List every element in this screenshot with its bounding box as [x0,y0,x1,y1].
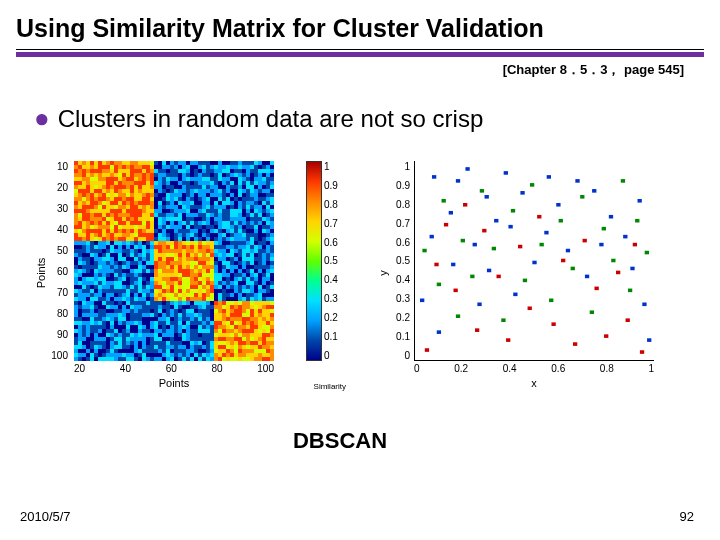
svg-rect-2562 [482,229,486,233]
svg-rect-574 [170,205,174,209]
svg-rect-873 [166,229,170,233]
svg-rect-435 [214,193,218,197]
svg-rect-2176 [178,333,182,337]
svg-rect-2184 [210,333,214,337]
svg-rect-15 [134,161,138,165]
svg-rect-474 [170,197,174,201]
svg-rect-848 [266,225,270,229]
svg-rect-1245 [254,257,258,261]
svg-rect-1168 [146,253,150,257]
svg-rect-1922 [162,313,166,317]
svg-rect-2381 [198,349,202,353]
svg-rect-2552 [621,179,625,183]
svg-rect-2265 [134,341,138,345]
svg-rect-1564 [130,285,134,289]
svg-rect-1153 [86,253,90,257]
svg-rect-2359 [110,349,114,353]
svg-rect-214 [130,177,134,181]
svg-rect-2104 [90,329,94,333]
svg-rect-862 [122,229,126,233]
svg-rect-736 [218,217,222,221]
svg-rect-35 [214,161,218,165]
svg-rect-1209 [110,257,114,261]
svg-rect-995 [254,237,258,241]
svg-rect-2330 [194,345,198,349]
svg-rect-2126 [178,329,182,333]
svg-rect-1285 [214,261,218,265]
svg-rect-145 [254,169,258,173]
svg-rect-543 [246,201,250,205]
svg-rect-2046 [258,321,262,325]
svg-rect-222 [162,177,166,181]
svg-rect-1507 [102,281,106,285]
svg-rect-1736 [218,297,222,301]
svg-rect-705 [94,217,98,221]
svg-rect-1530 [194,281,198,285]
svg-rect-2121 [158,329,162,333]
svg-rect-1513 [126,281,130,285]
svg-rect-1937 [222,313,226,317]
svg-rect-2520 [556,203,560,207]
svg-rect-1763 [126,301,130,305]
svg-rect-1387 [222,269,226,273]
svg-rect-1327 [182,265,186,269]
svg-rect-32 [202,161,206,165]
svg-rect-397 [262,189,266,193]
svg-rect-348 [266,185,270,189]
svg-rect-1388 [226,269,230,273]
svg-rect-84 [210,165,214,169]
svg-rect-2244 [250,337,254,341]
svg-rect-1545 [254,281,258,285]
svg-rect-2504 [449,211,453,215]
svg-rect-1461 [118,277,122,281]
svg-rect-1429 [190,273,194,277]
svg-rect-4 [90,161,94,165]
svg-rect-1202 [82,257,86,261]
svg-rect-2352 [82,349,86,353]
svg-rect-996 [258,237,262,241]
svg-rect-1001 [78,241,82,245]
svg-rect-610 [114,209,118,213]
svg-rect-2353 [86,349,90,353]
svg-rect-509 [110,201,114,205]
svg-rect-844 [250,225,254,229]
svg-rect-2385 [214,349,218,353]
svg-rect-295 [254,181,258,185]
svg-rect-644 [250,209,254,213]
svg-rect-713 [126,217,130,221]
svg-rect-1239 [230,257,234,261]
svg-rect-2080 [194,325,198,329]
svg-rect-1313 [126,265,130,269]
svg-rect-324 [170,185,174,189]
svg-rect-366 [138,189,142,193]
svg-rect-457 [102,197,106,201]
svg-rect-1806 [98,305,102,309]
svg-rect-194 [250,173,254,177]
svg-rect-1457 [102,277,106,281]
svg-rect-2090 [234,325,238,329]
svg-rect-1427 [182,273,186,277]
svg-rect-1221 [158,257,162,261]
svg-rect-2042 [242,321,246,325]
svg-rect-1018 [146,241,150,245]
svg-rect-2258 [106,341,110,345]
svg-rect-56 [98,165,102,169]
svg-rect-679 [190,213,194,217]
svg-rect-1553 [86,285,90,289]
svg-rect-2373 [166,349,170,353]
svg-rect-1110 [114,249,118,253]
svg-rect-1396 [258,269,262,273]
svg-rect-1335 [214,265,218,269]
svg-rect-46 [258,161,262,165]
svg-rect-758 [106,221,110,225]
svg-rect-940 [234,233,238,237]
svg-rect-2379 [190,349,194,353]
svg-rect-1074 [170,245,174,249]
svg-rect-1066 [138,245,142,249]
svg-rect-1150 [74,253,78,257]
svg-rect-1299 [270,261,274,265]
svg-rect-1904 [90,313,94,317]
svg-rect-2370 [154,349,158,353]
svg-rect-443 [246,193,250,197]
svg-rect-771 [158,221,162,225]
